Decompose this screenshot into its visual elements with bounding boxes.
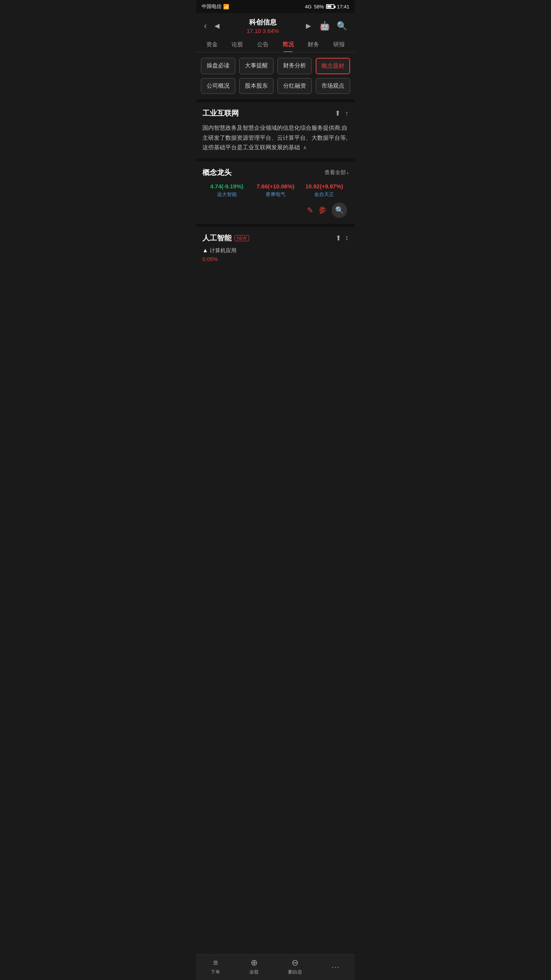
bottom-spacer xyxy=(196,269,355,299)
next-button[interactable]: ► xyxy=(303,20,314,33)
ai-header-icons: ⬆ ↕ xyxy=(336,234,349,242)
industry-body: 国内智慧政务及智慧企业领域的信息化综合服务提供商;自主研发了数据资源管理平台、云… xyxy=(202,123,349,152)
xiadan-label: 下单 xyxy=(211,969,220,975)
more-icon: ··· xyxy=(331,962,340,971)
industry-section: 工业互联网 ⬆ ↑ 国内智慧政务及智慧企业领域的信息化综合服务提供商;自主研发了… xyxy=(196,102,355,158)
back-button[interactable]: ‹ xyxy=(202,20,208,33)
nav-xiadan[interactable]: ≡ 下单 xyxy=(211,958,220,975)
share-icon[interactable]: ⬆ xyxy=(335,109,341,118)
search-circle-icon: 🔍 xyxy=(335,206,344,214)
ai-expand-icon[interactable]: ↕ xyxy=(345,234,349,242)
stock-price-0: 4.74(-9.19%) xyxy=(202,183,251,189)
collapse-button[interactable]: ∧ xyxy=(303,144,307,152)
stock-name: 科创信息 xyxy=(223,18,303,27)
stock-name-0[interactable]: 远大智能 xyxy=(202,191,251,198)
industry-header-icons: ⬆ ↑ xyxy=(335,109,349,118)
network-type: 4G xyxy=(305,4,311,10)
btn-dashi[interactable]: 大事提醒 xyxy=(239,58,274,74)
shanzixuan-icon: ⊖ xyxy=(292,958,298,968)
stock-price-change: 17.10 3.64% xyxy=(223,28,303,34)
stock-price-2: 10.92(+9.97%) xyxy=(300,183,349,189)
battery-icon xyxy=(326,4,334,9)
header: ‹ ◄ 科创信息 17.10 3.64% ► 🤖 🔍 xyxy=(196,13,355,37)
nav-more[interactable]: ··· xyxy=(331,962,340,971)
search-icon[interactable]: 🔍 xyxy=(335,20,349,33)
ai-sub-info: ▲ 计算机应用 xyxy=(202,247,349,254)
tab-lungu[interactable]: 论股 xyxy=(227,37,248,52)
xiadan-icon: ≡ xyxy=(213,958,218,968)
ai-sub-tag: 计算机应用 xyxy=(210,247,236,253)
divider-1 xyxy=(196,99,355,102)
tab-gonggao[interactable]: 公告 xyxy=(253,37,273,52)
nav-shanzixuan[interactable]: ⊖ 删自选 xyxy=(288,958,302,975)
concept-header: 概念龙头 查看全部 › xyxy=(202,168,349,178)
chevron-right-icon: › xyxy=(347,170,349,176)
concept-section: 概念龙头 查看全部 › 4.74(-9.19%) 远大智能 7.66(+10.0… xyxy=(196,158,355,224)
industry-title: 工业互联网 xyxy=(202,108,239,118)
stock-change: 3.64% xyxy=(262,28,279,34)
battery-pct: 58% xyxy=(314,4,324,10)
ai-value: 0.05% xyxy=(202,256,218,262)
ref-icon[interactable]: 参 xyxy=(319,205,326,215)
ai-header: 人工智能 NEW ⬆ ↕ xyxy=(202,233,349,243)
btn-gainian[interactable]: 概念题材 xyxy=(316,58,350,74)
tab-bar: 资金 论股 公告 简况 财务 研报 xyxy=(196,37,355,52)
ai-sub-val: 0.05% xyxy=(202,256,349,263)
new-badge: NEW xyxy=(235,235,249,241)
btn-fenhong[interactable]: 分红融资 xyxy=(277,78,312,94)
ai-share-icon[interactable]: ⬆ xyxy=(336,234,341,242)
tab-jinkuang[interactable]: 简况 xyxy=(278,37,298,52)
view-all-label: 查看全部 xyxy=(324,169,346,176)
btn-shichang[interactable]: 市场观点 xyxy=(316,78,350,94)
ai-title: 人工智能 xyxy=(202,233,231,243)
shanzixuan-label: 删自选 xyxy=(288,969,302,975)
collapse-up-icon[interactable]: ↑ xyxy=(345,109,349,118)
stock-item-2: 10.92(+9.97%) 金自天正 xyxy=(300,183,349,198)
btn-gongsi[interactable]: 公司概况 xyxy=(201,78,235,94)
tab-zjin[interactable]: 资金 xyxy=(202,37,222,52)
ai-section: 人工智能 NEW ⬆ ↕ ▲ 计算机应用 0.05% xyxy=(196,224,355,269)
tab-caiwu[interactable]: 财务 xyxy=(303,37,324,52)
button-grid: 操盘必读 大事提醒 财务分析 概念题材 公司概况 股本股东 分红融资 市场观点 xyxy=(196,52,355,99)
stock-item-1: 7.66(+10.06%) 赛摩电气 xyxy=(251,183,300,198)
industry-header: 工业互联网 ⬆ ↑ xyxy=(202,108,349,118)
concept-title: 概念龙头 xyxy=(202,168,231,178)
bottom-nav: ≡ 下单 ⊕ 诊股 ⊖ 删自选 ··· xyxy=(196,954,355,980)
stock-name-2[interactable]: 金自天正 xyxy=(300,191,349,198)
search-circle-button[interactable]: 🔍 xyxy=(332,203,347,218)
btn-guben[interactable]: 股本股东 xyxy=(239,78,274,94)
tab-yanbao[interactable]: 研报 xyxy=(329,37,349,52)
ai-title-group: 人工智能 NEW xyxy=(202,233,249,243)
stock-name-1[interactable]: 赛摩电气 xyxy=(251,191,300,198)
carrier-text: 中国电信 xyxy=(202,3,222,10)
robot-icon[interactable]: 🤖 xyxy=(318,20,331,33)
stock-item-0: 4.74(-9.19%) 远大智能 xyxy=(202,183,251,198)
stock-info: 科创信息 17.10 3.64% xyxy=(223,18,303,34)
zhengu-label: 诊股 xyxy=(249,969,259,975)
industry-text: 国内智慧政务及智慧企业领域的信息化综合服务提供商;自主研发了数据资源管理平台、云… xyxy=(202,124,347,150)
stock-price-1: 7.66(+10.06%) xyxy=(251,183,300,189)
stock-list: 4.74(-9.19%) 远大智能 7.66(+10.06%) 赛摩电气 10.… xyxy=(202,183,349,198)
btn-caiwu[interactable]: 财务分析 xyxy=(277,58,312,74)
prev-button[interactable]: ◄ xyxy=(211,20,223,33)
edit-icon[interactable]: ✎ xyxy=(307,206,313,215)
status-carrier: 中国电信 📶 xyxy=(202,3,229,10)
btn-caopan[interactable]: 操盘必读 xyxy=(201,58,235,74)
signal-icons: 📶 xyxy=(223,4,229,10)
action-bar: ✎ 参 🔍 xyxy=(202,203,349,218)
stock-price: 17.10 xyxy=(247,28,261,34)
view-all-button[interactable]: 查看全部 › xyxy=(324,169,349,176)
status-right: 4G 58% 17:41 xyxy=(305,4,349,10)
nav-zhengu[interactable]: ⊕ 诊股 xyxy=(249,958,259,975)
zhengu-icon: ⊕ xyxy=(251,958,258,968)
status-bar: 中国电信 📶 4G 58% 17:41 xyxy=(196,0,355,13)
header-right-icons: ► 🤖 🔍 xyxy=(303,20,349,33)
time: 17:41 xyxy=(337,4,349,10)
